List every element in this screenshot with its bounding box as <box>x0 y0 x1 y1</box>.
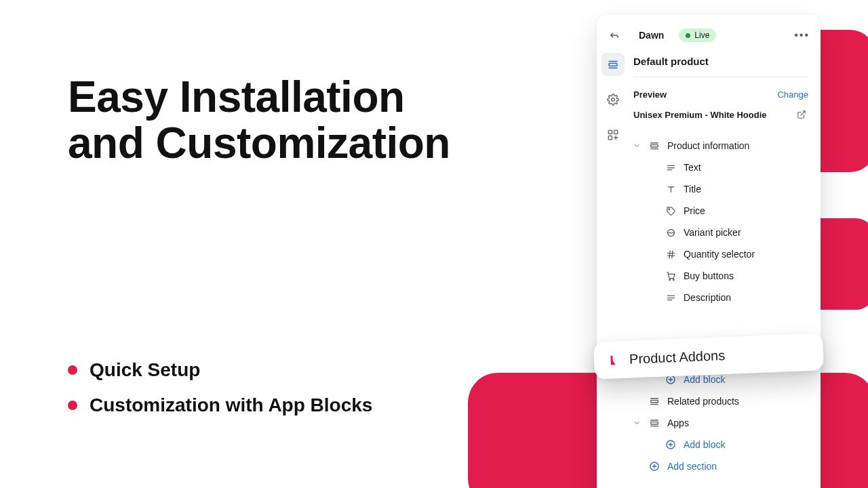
divider <box>633 77 808 77</box>
cart-icon <box>665 270 677 282</box>
back-icon[interactable] <box>608 28 621 42</box>
bullet-dot <box>68 401 77 410</box>
row-label: Add block <box>684 439 725 450</box>
chevron-down-icon <box>632 141 642 150</box>
section-icon <box>648 395 660 407</box>
apps-tab-icon[interactable] <box>601 123 625 146</box>
bullet-item: Quick Setup <box>68 359 372 381</box>
external-link-icon[interactable] <box>795 108 808 121</box>
row-label: Description <box>684 292 731 303</box>
svg-point-17 <box>673 279 674 280</box>
status-badge: Live <box>679 28 716 42</box>
svg-rect-3 <box>614 130 618 134</box>
chevron-down-icon <box>632 418 642 428</box>
svg-line-15 <box>671 250 672 258</box>
svg-rect-6 <box>651 145 658 147</box>
svg-rect-4 <box>608 136 612 140</box>
svg-line-5 <box>801 111 805 115</box>
theme-name: Dawn <box>639 30 664 41</box>
svg-point-16 <box>669 279 670 280</box>
svg-rect-2 <box>608 130 612 134</box>
tree-row-variant-picker[interactable]: Variant picker <box>632 222 810 243</box>
row-label: Price <box>684 205 705 216</box>
row-label: Title <box>684 184 701 195</box>
svg-point-1 <box>612 98 615 102</box>
svg-point-10 <box>668 208 669 209</box>
more-menu-icon[interactable]: ••• <box>794 29 810 41</box>
row-label: Variant picker <box>684 227 741 238</box>
tree-row-buy-buttons[interactable]: Buy buttons <box>632 265 810 287</box>
row-label: Apps <box>667 418 689 428</box>
sections-tab-icon[interactable] <box>601 53 625 76</box>
theme-editor-panel: Dawn Live ••• Default prod <box>597 15 821 488</box>
tree-row-text[interactable]: Text <box>632 157 810 178</box>
row-label: Related products <box>667 396 739 407</box>
svg-rect-24 <box>651 401 658 403</box>
text-icon <box>665 161 677 174</box>
bullet-dot <box>68 365 77 375</box>
settings-tab-icon[interactable] <box>601 88 625 111</box>
row-label: Product information <box>667 140 749 151</box>
tree-row-related-products[interactable]: Related products <box>632 390 810 412</box>
add-section-button[interactable]: Add section <box>632 455 810 477</box>
tree-row-title[interactable]: Title <box>632 178 810 200</box>
preview-product-name: Unisex Premium - White Hoodie <box>633 110 766 120</box>
plus-circle-icon <box>648 460 660 472</box>
popover-label: Product Addons <box>629 348 726 367</box>
hash-icon <box>665 248 677 260</box>
add-block-button[interactable]: Add block <box>632 434 810 455</box>
row-label: Text <box>684 162 701 173</box>
page-title: Default product <box>633 56 810 67</box>
svg-line-14 <box>669 250 670 258</box>
row-label: Quantity selector <box>684 249 755 260</box>
bullet-text: Customization with App Blocks <box>90 394 372 416</box>
row-label: Add section <box>667 461 717 472</box>
row-label: Add block <box>684 374 725 385</box>
hero-heading: Easy Installation and Customization <box>68 75 509 167</box>
section-icon <box>648 140 660 152</box>
tree-row-apps[interactable]: Apps <box>632 412 810 434</box>
section-icon <box>648 417 660 429</box>
change-preview-link[interactable]: Change <box>777 89 808 100</box>
svg-rect-0 <box>609 64 617 66</box>
row-label: Buy buttons <box>684 270 734 281</box>
tree-row-description[interactable]: Description <box>632 287 810 308</box>
variant-icon <box>665 226 677 239</box>
preview-label: Preview <box>633 89 667 100</box>
tree-row-price[interactable]: Price <box>632 200 810 222</box>
bullet-item: Customization with App Blocks <box>68 394 372 416</box>
description-icon <box>665 291 677 304</box>
plus-circle-icon <box>665 439 677 451</box>
bullet-text: Quick Setup <box>90 359 200 381</box>
tree-row-product-information[interactable]: Product information <box>632 135 810 157</box>
price-icon <box>665 205 677 217</box>
app-logo-icon <box>608 354 620 367</box>
title-icon <box>665 183 677 195</box>
tree-row-quantity-selector[interactable]: Quantity selector <box>632 243 810 265</box>
svg-rect-25 <box>651 422 658 424</box>
